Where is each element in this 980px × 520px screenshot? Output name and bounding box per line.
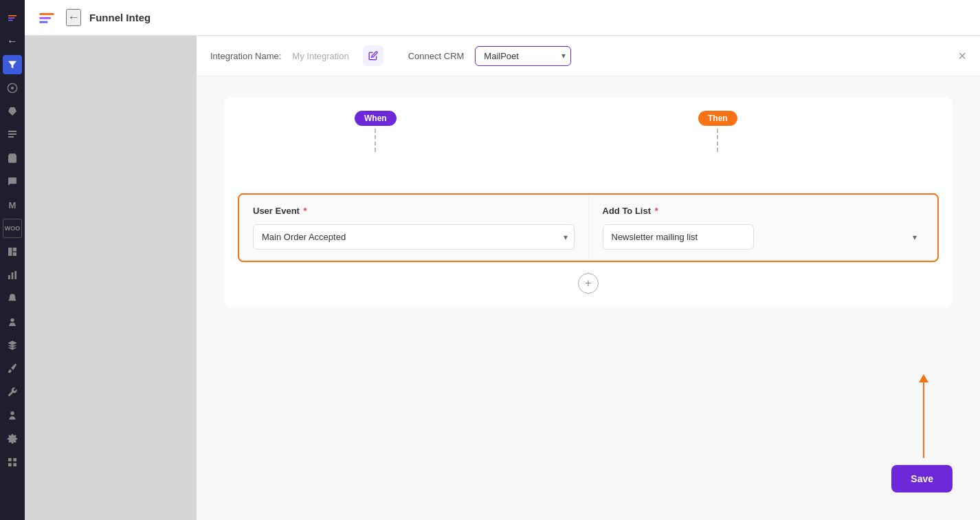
barchart-sidebar-icon[interactable] (3, 266, 22, 285)
topbar-logo (36, 7, 58, 29)
svg-rect-19 (13, 463, 16, 466)
badge-sidebar-icon[interactable] (3, 312, 22, 332)
back-button[interactable]: ← (66, 9, 81, 26)
orders-sidebar-icon[interactable] (3, 125, 22, 144)
add-step-button[interactable]: + (578, 273, 599, 294)
brush-sidebar-icon[interactable] (3, 359, 22, 378)
modal-header: Integration Name: My Integration Connect… (197, 36, 980, 76)
connect-crm-label: Connect CRM (408, 51, 465, 61)
svg-rect-16 (8, 458, 12, 462)
page-title: Funnel Integ (89, 12, 151, 23)
svg-rect-21 (40, 17, 51, 19)
svg-rect-8 (13, 248, 16, 251)
then-badge: Then (698, 111, 737, 126)
add-to-list-select[interactable]: Newsletter mailing list VIP list Buyers … (603, 224, 754, 250)
close-modal-button[interactable]: × (958, 49, 966, 63)
svg-rect-20 (40, 13, 54, 15)
back-nav-icon[interactable]: ← (3, 32, 22, 51)
flow-area: When Then Use (224, 97, 953, 307)
analytics-icon[interactable] (3, 78, 22, 98)
modal-overlay: Integration Name: My Integration Connect… (197, 36, 980, 520)
svg-rect-5 (8, 133, 16, 135)
user-event-label: User Event * (253, 206, 575, 216)
layers-sidebar-icon[interactable] (3, 336, 22, 355)
person-sidebar-icon[interactable] (3, 406, 22, 425)
arrow-annotation (919, 374, 928, 458)
crm-select-wrapper: MailPoet Mailchimp ActiveCampaign Conver… (475, 46, 571, 66)
svg-rect-10 (8, 275, 10, 279)
svg-rect-22 (40, 21, 48, 23)
add-to-list-select-wrapper: Newsletter mailing list VIP list Buyers … (603, 224, 924, 250)
bell-sidebar-icon[interactable] (3, 289, 22, 308)
user-event-cell: User Event * Main Order Accepted Upsell … (239, 195, 589, 261)
chat-sidebar-icon[interactable] (3, 172, 22, 191)
cart-sidebar-icon[interactable] (3, 149, 22, 168)
svg-rect-7 (8, 248, 12, 256)
edit-integration-name-button[interactable] (363, 45, 383, 66)
logo-icon[interactable] (3, 8, 22, 28)
add-to-list-dropdown-arrow-icon: ▾ (913, 232, 917, 242)
svg-point-13 (10, 318, 14, 322)
svg-rect-2 (8, 20, 13, 21)
content-area: Integration Name: My Integration Connect… (25, 36, 980, 520)
tag-sidebar-icon[interactable] (3, 102, 22, 121)
add-to-list-required-star: * (655, 206, 658, 216)
tool-sidebar-icon[interactable] (3, 429, 22, 448)
topbar: ← Funnel Integ (25, 0, 980, 36)
add-to-list-cell: Add To List * Newsletter mailing list VI… (589, 195, 938, 261)
svg-rect-1 (8, 17, 14, 19)
svg-rect-11 (12, 272, 14, 279)
woo-sidebar-icon[interactable]: WOO (3, 219, 22, 238)
wrench-sidebar-icon[interactable] (3, 382, 22, 402)
funnel-sidebar-icon[interactable] (3, 55, 22, 74)
svg-point-3 (11, 87, 14, 89)
save-button[interactable]: Save (891, 465, 953, 492)
user-event-select[interactable]: Main Order Accepted Upsell Accepted Orde… (253, 224, 575, 250)
svg-rect-12 (14, 271, 16, 279)
grid-sidebar-icon[interactable] (3, 453, 22, 472)
add-to-list-label: Add To List * (603, 206, 924, 216)
flow-row: User Event * Main Order Accepted Upsell … (238, 193, 939, 262)
user-event-required-star: * (304, 206, 307, 216)
svg-rect-4 (8, 131, 16, 132)
layout-sidebar-icon[interactable] (3, 242, 22, 261)
user-event-select-wrapper: Main Order Accepted Upsell Accepted Orde… (253, 224, 575, 250)
integration-name-label: Integration Name: (210, 51, 281, 61)
main-area: ← Funnel Integ Integration Name: My Inte… (25, 0, 980, 520)
svg-rect-18 (8, 463, 12, 466)
sidebar: ← M WOO (0, 0, 25, 520)
left-panel (25, 36, 197, 520)
m-sidebar-icon[interactable]: M (3, 195, 22, 215)
integration-name-value: My Integration (292, 51, 348, 61)
add-step-container: + (238, 273, 939, 294)
crm-select[interactable]: MailPoet Mailchimp ActiveCampaign Conver… (475, 46, 571, 66)
when-badge: When (355, 111, 397, 126)
svg-rect-17 (13, 458, 16, 462)
modal-body: When Then Use (197, 76, 980, 520)
svg-point-14 (10, 411, 14, 415)
svg-rect-0 (8, 15, 16, 17)
svg-rect-6 (8, 136, 14, 138)
svg-rect-9 (13, 252, 16, 256)
